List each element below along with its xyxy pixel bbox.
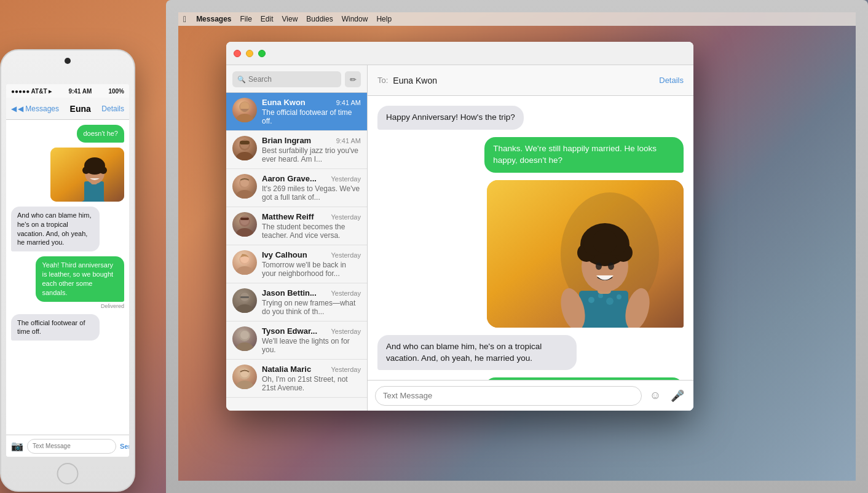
menubar-window[interactable]: Window — [342, 15, 368, 23]
svg-point-31 — [588, 297, 594, 303]
search-bar[interactable]: 🔍 — [232, 71, 341, 87]
iphone-msg-1: doesn't he? — [11, 125, 124, 143]
svg-point-22 — [236, 342, 253, 351]
iphone-bubble-1: doesn't he? — [77, 125, 124, 143]
message-image-bubble — [487, 180, 684, 328]
menubar:  Messages File Edit View Buddies Window… — [178, 12, 856, 26]
iphone-time: 9:41 AM — [68, 88, 92, 95]
window-body: 🔍 ✏ — [226, 65, 693, 411]
conv-preview-euna: The official footwear of time off. — [262, 108, 361, 125]
conv-preview-natalia: Oh, I'm on 21st Street, not 21st Avenue. — [262, 375, 361, 392]
message-row-2: Thanks. We're still happily married. He … — [377, 137, 684, 173]
conversation-item-matthew[interactable]: Matthew Reiff Yesterday The student beco… — [226, 207, 367, 245]
maximize-button[interactable] — [258, 50, 266, 57]
conv-preview-brian: Best surfabilly jazz trio you've ever he… — [262, 146, 361, 164]
messages-area: Happy Anniversary! How's the trip? Thank… — [368, 96, 693, 380]
iphone-bubble-4: Yeah! Third anniversary is leather, so w… — [36, 256, 124, 301]
chat-recipient: Euna Kwon — [393, 76, 659, 85]
iphone-message-input[interactable] — [27, 439, 116, 454]
conv-time-brian: 9:41 AM — [336, 137, 361, 144]
message-row-3 — [377, 180, 684, 328]
iphone-signal: ●●●●● AT&T ▸ — [11, 88, 52, 95]
conversation-item-jason[interactable]: Jason Bettin... Yesterday Trying on new … — [226, 283, 367, 321]
conversation-list: Euna Kwon 9:41 AM The official footwear … — [226, 93, 367, 411]
messages-window: 🔍 ✏ — [226, 42, 693, 411]
iphone-back-button[interactable]: ◀ ◀ Messages — [11, 105, 59, 113]
menubar-help[interactable]: Help — [376, 15, 392, 23]
conv-time-matthew: Yesterday — [331, 213, 361, 221]
minimize-button[interactable] — [246, 50, 253, 57]
avatar-tyson — [232, 326, 257, 351]
menubar-file[interactable]: File — [240, 15, 252, 23]
apple-menu-icon[interactable]:  — [183, 14, 186, 24]
close-button[interactable] — [234, 50, 241, 57]
conv-meta-natalia: Natalia Maric Yesterday Oh, I'm on 21st … — [262, 365, 361, 392]
iphone-statusbar: ●●●●● AT&T ▸ 9:41 AM 100% — [6, 84, 129, 98]
avatar-ivy — [232, 250, 257, 275]
conversation-item-tyson[interactable]: Tyson Edwar... Yesterday We'll leave the… — [226, 321, 367, 360]
conversation-item-natalia[interactable]: Natalia Maric Yesterday Oh, I'm on 21st … — [226, 360, 367, 398]
chat-header: To: Euna Kwon Details — [368, 65, 693, 96]
message-bubble-1: Happy Anniversary! How's the trip? — [377, 106, 524, 130]
conv-name-matthew: Matthew Reiff — [262, 212, 314, 221]
iphone-msg-2 — [11, 148, 124, 202]
conv-time-ivy: Yesterday — [331, 251, 361, 259]
mac-laptop-frame:  Messages File Edit View Buddies Window… — [166, 0, 868, 493]
menubar-messages[interactable]: Messages — [196, 15, 231, 23]
iphone-screen: ●●●●● AT&T ▸ 9:41 AM 100% ◀ ◀ Messages E… — [6, 84, 129, 457]
to-label: To: — [377, 76, 388, 85]
emoji-icon[interactable]: ☺ — [647, 387, 664, 404]
conv-meta-matthew: Matthew Reiff Yesterday The student beco… — [262, 212, 361, 240]
conv-name-jason: Jason Bettin... — [262, 288, 317, 298]
conversation-item-ivy[interactable]: Ivy Calhoun Yesterday Tomorrow we'll be … — [226, 245, 367, 283]
message-bubble-2: Thanks. We're still happily married. He … — [484, 137, 684, 173]
conv-preview-jason: Trying on new frames—what do you think o… — [262, 299, 361, 316]
chat-input-area: ☺ 🎤 — [368, 380, 693, 411]
iphone-nav-title: Euna — [59, 104, 101, 114]
message-row-4: And who can blame him, he's on a tropica… — [377, 335, 684, 371]
conv-meta-jason: Jason Bettin... Yesterday Trying on new … — [262, 288, 361, 316]
svg-point-43 — [596, 262, 602, 270]
svg-rect-6 — [240, 141, 250, 144]
conv-name-aaron: Aaron Grave... — [262, 174, 317, 183]
menubar-view[interactable]: View — [282, 15, 298, 23]
menubar-edit[interactable]: Edit — [261, 15, 274, 23]
iphone-person-svg — [50, 148, 124, 202]
conv-name-brian: Brian Ingram — [262, 136, 311, 145]
menubar-buddies[interactable]: Buddies — [306, 15, 333, 23]
conv-meta-brian: Brian Ingram 9:41 AM Best surfabilly jaz… — [262, 136, 361, 164]
conversation-item-aaron[interactable]: Aaron Grave... Yesterday It's 269 miles … — [226, 169, 367, 207]
search-input[interactable] — [248, 75, 336, 84]
svg-point-23 — [240, 331, 249, 339]
iphone-home-button[interactable] — [57, 463, 79, 484]
iphone-details-button[interactable]: Details — [101, 105, 124, 113]
svg-point-34 — [617, 294, 621, 299]
conversation-item-euna[interactable]: Euna Kwon 9:41 AM The official footwear … — [226, 93, 367, 131]
avatar-jason — [232, 288, 257, 313]
conversation-item-brian[interactable]: Brian Ingram 9:41 AM Best surfabilly jaz… — [226, 131, 367, 169]
svg-point-15 — [236, 266, 253, 275]
delivered-status: Delivered — [101, 303, 124, 309]
conv-preview-aaron: It's 269 miles to Vegas. We've got a ful… — [262, 184, 361, 202]
iphone-input-area: 📷 Send — [6, 435, 129, 457]
conv-name-euna: Euna Kwon — [262, 98, 306, 107]
microphone-icon[interactable]: 🎤 — [669, 387, 686, 404]
iphone-send-button[interactable]: Send — [120, 443, 129, 450]
compose-button[interactable]: ✏ — [345, 71, 361, 87]
svg-point-8 — [236, 190, 253, 199]
window-titlebar — [226, 42, 693, 65]
details-button[interactable]: Details — [659, 76, 684, 85]
iphone-image-bubble — [50, 148, 124, 202]
svg-point-44 — [608, 262, 614, 270]
message-input[interactable] — [375, 386, 642, 406]
sidebar-header: 🔍 ✏ — [226, 65, 367, 93]
iphone-camera-icon[interactable]: 📷 — [11, 440, 23, 452]
back-label: ◀ Messages — [18, 105, 59, 113]
mac-screen:  Messages File Edit View Buddies Window… — [178, 12, 856, 481]
svg-point-32 — [598, 293, 603, 298]
iphone-bubble-5: The official footwear of time off. — [11, 314, 100, 341]
conv-preview-ivy: Tomorrow we'll be back in your neighborh… — [262, 261, 361, 278]
svg-point-1 — [236, 114, 253, 122]
svg-point-42 — [593, 229, 617, 254]
conv-time-natalia: Yesterday — [331, 366, 361, 373]
